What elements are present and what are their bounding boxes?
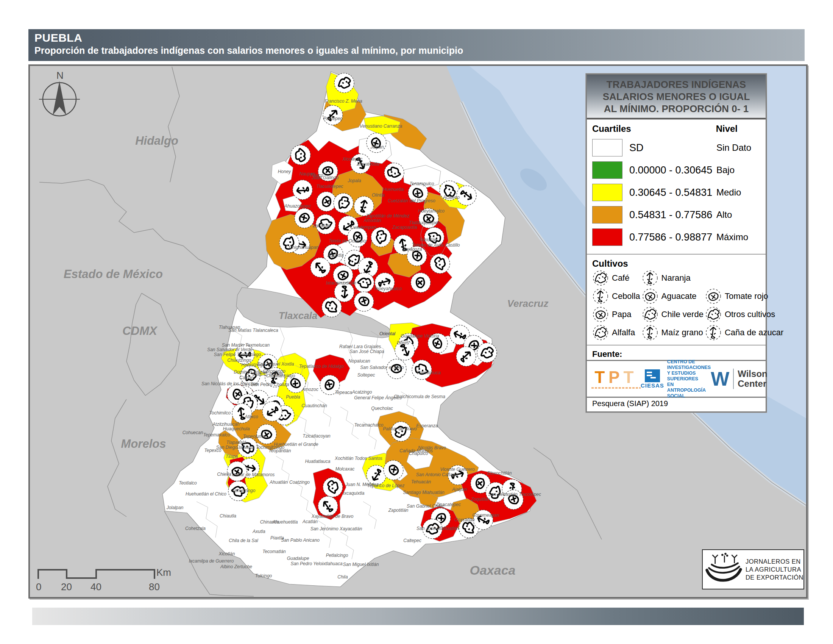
jornaleros-field-icon (703, 551, 745, 588)
municipality-label: Tlapanalá (227, 440, 246, 445)
crop-icon (262, 402, 282, 421)
scale-tick: 0 (36, 581, 41, 593)
municipality-label: Pantepec (323, 116, 343, 121)
cultivos-header: Cultivos (592, 258, 760, 269)
municipality-label: Chiautla (220, 513, 236, 518)
municipality-label: Zacatlán (312, 223, 330, 229)
scale-bar: 0 20 40 80 Km (35, 567, 187, 593)
crop-icon (477, 343, 497, 362)
municipality-label: Tilapa (226, 454, 238, 459)
municipality-label: Hueytamalco (418, 208, 444, 214)
cultivo-aguacate-icon (642, 288, 658, 304)
crop-icon (291, 145, 310, 165)
cultivo-tomate-rojo-icon (705, 288, 722, 304)
cultivo-naranja-icon (642, 270, 658, 287)
municipality-label: Coxcatlán (454, 517, 475, 522)
municipality-label: Amixtlán (363, 218, 381, 223)
municipality-label: Huaquechula (223, 426, 250, 431)
municipality-label: Eloxochitlán (487, 470, 512, 476)
municipality-label: Tlachichuca (416, 370, 441, 375)
municipality-label: Tehuacán (411, 479, 431, 485)
municipality-label: Cuautempan (350, 225, 376, 230)
municipality-label: Cohetzala (185, 526, 206, 531)
municipality-label: San Sebastián Tlacotepec (488, 492, 541, 497)
swatch-alto (592, 206, 622, 224)
municipality-label: Tochimilco (209, 410, 231, 415)
municipality-label: Teziutlán (419, 237, 437, 242)
municipality-label: San José Miahuatlán (416, 526, 459, 531)
municipality-label: Esperanza (416, 423, 438, 428)
municipality-label: Nopalucan (348, 358, 370, 364)
municipality-label: Cuetzalan del Progreso (388, 198, 436, 203)
cultivo-alfalfa-icon (592, 324, 609, 341)
state-label: Veracruz (507, 298, 548, 309)
tpt-logo: TPT (592, 369, 641, 389)
legend-title-line: AL MÍNIMO. PROPORCIÓN 0- 1 (589, 103, 763, 115)
crop-icon (371, 227, 391, 247)
municipality-label: Ixtacamaxtitlán (326, 280, 356, 286)
state-label: Tlaxcala (279, 310, 318, 321)
municipality-label: Santiago Miahuatlán (403, 490, 444, 495)
cultivo-label: Tomate rojo (725, 291, 768, 301)
state-label: Morelos (121, 437, 166, 451)
crop-icon (412, 360, 432, 380)
municipality-label: Ixcamilpa de Guerrero (189, 559, 234, 564)
municipality-label: Chietla (217, 472, 232, 477)
municipality-label: Amozoc (301, 387, 318, 392)
municipality-label: Tenampulco (410, 181, 434, 187)
crop-icon (294, 208, 314, 228)
crop-icon (334, 73, 354, 93)
municipality-label: Cohuecan (182, 430, 203, 435)
municipality-label: Puebla (286, 394, 300, 400)
municipality-label: Chila (338, 574, 348, 580)
nivel-header: Nivel (716, 124, 738, 134)
municipality-label: General Felipe Ángeles (354, 395, 401, 401)
legend-title-line: TRABAJADORES INDÍGENAS (589, 79, 763, 90)
cultivo-caf--icon (592, 270, 609, 287)
scale-tick: 40 (90, 581, 101, 593)
cultivo-label: Caña de azucar (725, 328, 783, 338)
municipality-label: Tecamachalco (354, 422, 384, 428)
municipality-label: Xicotepec (342, 156, 363, 162)
municipality-label: Tepeaca (335, 390, 352, 395)
municipality-label: Jopala (347, 178, 361, 184)
municipality-label: Caltepec (403, 538, 421, 543)
municipality-label: Jolalpan (166, 505, 183, 510)
scale-tick: 20 (61, 581, 72, 593)
municipality-label: San Antonio Cañada (416, 472, 458, 477)
municipality-label: Huehuetlán el Chico (185, 491, 227, 497)
wilson-divider (733, 369, 734, 389)
municipality-label: Ahuehuetitla (272, 519, 298, 525)
municipality-label: Francisco Z. Mena (325, 98, 362, 104)
municipality-label: San Matías Tlalancaleca (228, 328, 278, 333)
municipality-label: Acateno (442, 195, 460, 200)
municipality-label: Zaragoza (402, 246, 422, 252)
swatch-maximo (592, 229, 622, 246)
municipality-label: Honey (278, 169, 291, 174)
municipality-label: Teopantlán (269, 448, 291, 454)
swatch-bajo (592, 161, 622, 179)
cultivo-item: Chile verde (642, 305, 703, 324)
crop-icon (310, 258, 330, 277)
municipality-label: Tepeojuma (243, 434, 265, 439)
municipality-label: San Jerónimo Xayacatlán (310, 526, 362, 531)
municipality-label: Zapotitlán (388, 508, 408, 513)
cultivo-papa-icon (592, 306, 609, 323)
cultivo-label: Cebolla (612, 291, 640, 301)
scale-unit: Km (156, 567, 171, 578)
crop-icon (384, 460, 403, 480)
compass-n-label: N (56, 70, 64, 81)
cultivo-item: Naranja (642, 269, 703, 287)
municipality-label: Rafael Lara Grajales (339, 344, 381, 349)
scale-tick: 80 (149, 581, 160, 593)
wilson-w-icon: W (711, 369, 729, 389)
municipality-label: Tepexco (204, 448, 222, 453)
municipality-label: Tehuitzingo (233, 488, 256, 493)
municipality-label: Ixcaquixtla (343, 491, 365, 496)
municipality-label: Chignahuapan (289, 245, 318, 250)
crop-icon (384, 163, 404, 183)
wilson-center-logo: W Wilson Center (711, 369, 767, 389)
municipality-label: Ahuatlán (269, 480, 288, 485)
ciesas-glyph-icon (645, 369, 660, 382)
cultivo-spacer (705, 269, 783, 287)
